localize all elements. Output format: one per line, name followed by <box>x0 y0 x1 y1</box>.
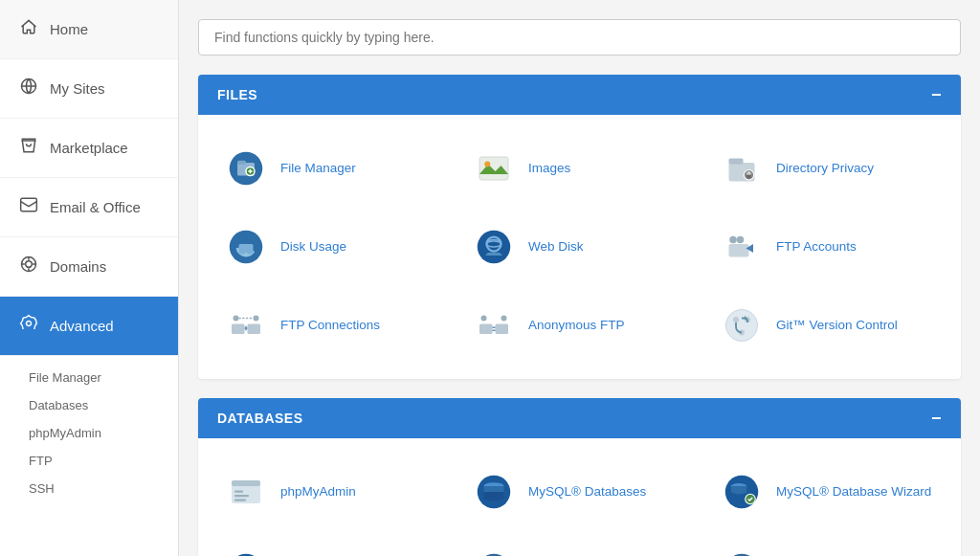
web-disk-icon <box>471 224 517 270</box>
sidebar-subitem-phpmyadmin[interactable]: phpMyAdmin <box>0 419 178 447</box>
svg-rect-24 <box>729 244 749 257</box>
tile-web-disk[interactable]: Web Disk <box>456 212 703 281</box>
anonymous-ftp-icon <box>471 302 517 348</box>
sidebar-subitems: File ManagerDatabasesphpMyAdminFTPSSH <box>0 356 178 510</box>
sidebar-item-label-advanced: Advanced <box>50 318 114 334</box>
sidebar-subitem-ssh[interactable]: SSH <box>0 475 178 502</box>
remote-mysql-icon <box>223 547 269 556</box>
file-manager-icon <box>223 145 269 191</box>
svg-rect-32 <box>496 324 509 335</box>
svg-rect-27 <box>232 324 245 335</box>
tile-file-manager[interactable]: File Manager <box>208 134 456 203</box>
tile-disk-usage[interactable]: Disk Usage <box>208 212 456 281</box>
svg-point-33 <box>481 316 487 322</box>
tile-ftp-connections[interactable]: FTP Connections <box>208 291 456 360</box>
tile-label-file-manager: File Manager <box>280 160 356 177</box>
git-version-control-icon <box>719 302 765 348</box>
sidebar-item-advanced[interactable]: Advanced <box>0 297 178 356</box>
home-icon <box>19 17 38 41</box>
postgresql-databases-icon <box>471 547 517 556</box>
svg-point-3 <box>26 261 33 268</box>
search-bar <box>198 19 961 56</box>
svg-rect-1 <box>21 198 37 211</box>
ftp-connections-icon <box>223 302 269 348</box>
tile-mysql-database-wizard[interactable]: MySQL® Database Wizard <box>703 457 951 526</box>
svg-point-29 <box>234 316 239 322</box>
tile-label-mysql-database-wizard: MySQL® Database Wizard <box>776 483 931 500</box>
sidebar-item-label-email-office: Email & Office <box>50 199 141 215</box>
my-sites-icon <box>19 77 38 100</box>
section-header-files: FILES− <box>198 75 961 115</box>
svg-point-36 <box>733 317 739 322</box>
domains-icon <box>19 255 38 278</box>
svg-rect-41 <box>234 491 243 493</box>
sidebar-item-label-marketplace: Marketplace <box>50 140 128 156</box>
svg-rect-7 <box>237 161 246 165</box>
images-icon <box>471 145 517 191</box>
tile-phpmyadmin[interactable]: phpMyAdmin <box>208 457 456 526</box>
tile-images[interactable]: Images <box>456 134 703 203</box>
disk-usage-icon <box>223 224 269 270</box>
section-body-databases: phpMyAdmin MySQL® Databases MySQL® Datab… <box>198 438 961 556</box>
tile-label-phpmyadmin: phpMyAdmin <box>280 483 356 500</box>
svg-rect-13 <box>729 159 744 165</box>
svg-point-35 <box>726 310 758 342</box>
tile-label-web-disk: Web Disk <box>528 238 584 256</box>
svg-point-20 <box>245 253 248 256</box>
phpmyadmin-icon <box>223 469 269 515</box>
tile-postgresql-database-wizard[interactable]: PostgreSQL Database Wizard <box>703 536 951 556</box>
sidebar-item-domains[interactable]: Domains <box>0 237 178 297</box>
svg-rect-16 <box>746 175 751 179</box>
tile-ftp-accounts[interactable]: FTP Accounts <box>703 212 951 281</box>
svg-point-25 <box>729 236 737 244</box>
svg-rect-42 <box>234 495 249 497</box>
tile-label-directory-privacy: Directory Privacy <box>776 160 874 177</box>
section-title-files: FILES <box>217 87 257 102</box>
tile-label-anonymous-ftp: Anonymous FTP <box>528 317 625 334</box>
main-content: FILES− File Manager Images Directory Pri… <box>179 0 980 556</box>
section-title-databases: DATABASES <box>217 411 303 426</box>
tile-mysql-databases[interactable]: MySQL® Databases <box>456 457 703 526</box>
svg-rect-31 <box>479 324 493 335</box>
email-office-icon <box>19 195 38 219</box>
section-body-files: File Manager Images Directory Privacy Di… <box>198 115 961 379</box>
svg-point-30 <box>254 316 259 322</box>
mysql-databases-icon <box>471 469 517 515</box>
tile-label-mysql-databases: MySQL® Databases <box>528 483 646 500</box>
sidebar-item-marketplace[interactable]: Marketplace <box>0 119 178 178</box>
svg-point-26 <box>737 236 745 244</box>
svg-rect-40 <box>232 480 260 486</box>
ftp-accounts-icon <box>719 224 765 270</box>
postgresql-database-wizard-icon <box>719 547 765 556</box>
svg-rect-43 <box>234 500 246 501</box>
collapse-button-files[interactable]: − <box>931 86 942 103</box>
section-databases: DATABASES− phpMyAdmin MySQL® Databases M… <box>198 398 961 556</box>
tile-label-ftp-accounts: FTP Accounts <box>776 238 857 256</box>
svg-rect-28 <box>248 324 261 335</box>
sidebar-subitem-ftp[interactable]: FTP <box>0 447 178 475</box>
tile-remote-mysql[interactable]: Remote MySQL® <box>208 536 456 556</box>
tile-git-version-control[interactable]: Git™ Version Control <box>703 291 951 360</box>
tile-label-images: Images <box>528 160 570 177</box>
svg-point-11 <box>484 162 490 167</box>
svg-point-4 <box>27 322 32 326</box>
advanced-icon <box>19 314 38 338</box>
collapse-button-databases[interactable]: − <box>931 410 942 427</box>
sidebar-subitem-file-manager[interactable]: File Manager <box>0 364 178 391</box>
svg-rect-9 <box>479 157 508 180</box>
search-input[interactable] <box>198 19 961 56</box>
sidebar-item-home[interactable]: Home <box>0 0 178 59</box>
sidebar-item-label-my-sites: My Sites <box>50 80 105 97</box>
sidebar-item-label-domains: Domains <box>50 258 106 275</box>
sidebar-item-label-home: Home <box>50 21 88 37</box>
sidebar-subitem-databases[interactable]: Databases <box>0 391 178 419</box>
tile-postgresql-databases[interactable]: PostgreSQL Databases <box>456 536 703 556</box>
svg-point-34 <box>501 316 507 322</box>
sidebar-item-email-office[interactable]: Email & Office <box>0 178 178 237</box>
svg-rect-19 <box>239 244 254 255</box>
tile-label-ftp-connections: FTP Connections <box>280 317 380 334</box>
sidebar: HomeMy SitesMarketplaceEmail & OfficeDom… <box>0 0 179 556</box>
tile-directory-privacy[interactable]: Directory Privacy <box>703 134 951 203</box>
tile-anonymous-ftp[interactable]: Anonymous FTP <box>456 291 703 360</box>
sidebar-item-my-sites[interactable]: My Sites <box>0 59 178 119</box>
